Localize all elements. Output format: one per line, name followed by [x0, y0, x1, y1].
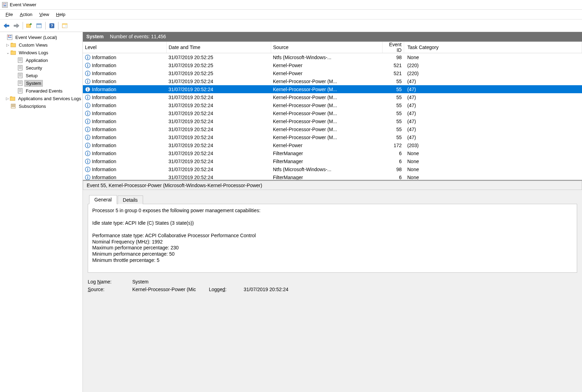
task-text: None — [404, 173, 582, 181]
table-row[interactable]: Information31/07/2019 20:52:24Kernel-Pro… — [83, 117, 582, 125]
eventid-text: 6 — [382, 173, 404, 181]
svg-rect-57 — [87, 81, 88, 83]
eventid-text: 98 — [382, 53, 404, 61]
svg-rect-45 — [12, 106, 15, 107]
svg-rect-20 — [11, 51, 16, 55]
information-icon — [85, 79, 91, 84]
date-text: 31/07/2019 20:52:24 — [166, 93, 271, 101]
column-date[interactable]: Date and Time — [166, 42, 271, 53]
tree-pane: Event Viewer (Local) ▷ Custom Views ⌄ Wi… — [0, 32, 83, 392]
source-text: Kernel-Processor-Power (M... — [271, 125, 382, 133]
expander-icon[interactable]: ▷ — [6, 96, 9, 101]
level-text: Information — [92, 135, 116, 140]
svg-rect-74 — [87, 128, 88, 128]
tree-custom-views[interactable]: ▷ Custom Views — [0, 41, 82, 49]
tree-label: Application — [24, 57, 49, 63]
show-hide-tree-button[interactable] — [25, 21, 34, 30]
svg-rect-66 — [87, 105, 88, 107]
column-task[interactable]: Task Category — [404, 42, 582, 53]
table-row[interactable]: Information31/07/2019 20:52:24Kernel-Pro… — [83, 109, 582, 117]
svg-rect-62 — [87, 96, 88, 96]
table-row[interactable]: Information31/07/2019 20:52:24FilterMana… — [83, 149, 582, 157]
expander-icon[interactable]: ⌄ — [6, 50, 10, 55]
tree-system[interactable]: System — [0, 79, 82, 87]
properties-button[interactable] — [34, 21, 44, 30]
table-row[interactable]: Information31/07/2019 20:52:24Ntfs (Micr… — [83, 165, 582, 173]
svg-rect-37 — [18, 88, 22, 93]
task-text: (47) — [404, 85, 582, 93]
forward-button[interactable] — [12, 21, 21, 30]
tab-details[interactable]: Details — [118, 195, 143, 204]
source-value: Kernel-Processor-Power (Mic — [132, 287, 209, 292]
tree-security[interactable]: Security — [0, 64, 82, 72]
svg-rect-2 — [5, 3, 6, 4]
information-icon — [85, 135, 91, 140]
date-text: 31/07/2019 20:52:25 — [166, 61, 271, 69]
svg-rect-4 — [3, 6, 6, 6]
svg-rect-44 — [12, 105, 15, 105]
svg-rect-15 — [9, 35, 11, 36]
date-text: 31/07/2019 20:52:25 — [166, 53, 271, 61]
event-table: Level Date and Time Source Event ID Task… — [83, 42, 582, 181]
table-row[interactable]: Information31/07/2019 20:52:24Kernel-Pro… — [83, 93, 582, 101]
back-button[interactable] — [2, 21, 11, 30]
table-row[interactable]: Information31/07/2019 20:52:24Kernel-Pro… — [83, 125, 582, 133]
eventid-text: 6 — [382, 157, 404, 165]
menu-file[interactable]: File — [3, 11, 16, 18]
table-row[interactable]: Information31/07/2019 20:52:24Kernel-Pro… — [83, 101, 582, 109]
tree-apps-services[interactable]: ▷ Applications and Services Logs — [0, 95, 82, 102]
information-icon — [85, 119, 91, 124]
source-text: FilterManager — [271, 173, 382, 181]
task-text: (220) — [404, 61, 582, 69]
toolbar: ? — [0, 19, 582, 32]
table-row[interactable]: Information31/07/2019 20:52:25Ntfs (Micr… — [83, 53, 582, 61]
column-source[interactable]: Source — [271, 42, 382, 53]
date-text: 31/07/2019 20:52:24 — [166, 141, 271, 149]
table-row[interactable]: Information31/07/2019 20:52:24FilterMana… — [83, 173, 582, 181]
svg-rect-75 — [87, 129, 88, 131]
svg-rect-72 — [87, 121, 88, 123]
table-row[interactable]: Information31/07/2019 20:52:24Kernel-Pro… — [83, 133, 582, 141]
section-count: Number of events: 11,456 — [110, 34, 166, 39]
menu-action[interactable]: Action — [17, 11, 35, 18]
show-hide-actions-button[interactable] — [60, 21, 69, 30]
expander-icon[interactable]: ▷ — [6, 43, 10, 47]
tab-general[interactable]: General — [89, 195, 117, 204]
subscriptions-icon — [10, 103, 16, 109]
eventid-text: 55 — [382, 117, 404, 125]
tree-subscriptions[interactable]: Subscriptions — [0, 102, 82, 110]
table-row[interactable]: Information31/07/2019 20:52:25Kernel-Pow… — [83, 69, 582, 77]
tree-setup[interactable]: Setup — [0, 72, 82, 79]
source-text: FilterManager — [271, 149, 382, 157]
menu-view[interactable]: View — [37, 11, 52, 18]
column-level[interactable]: Level — [83, 42, 166, 53]
tree-windows-logs[interactable]: ⌄ Windows Logs — [0, 49, 82, 56]
tree-application[interactable]: Application — [0, 56, 82, 64]
information-icon — [85, 95, 91, 100]
level-text: Information — [92, 167, 116, 172]
date-text: 31/07/2019 20:52:24 — [166, 157, 271, 165]
task-text: (47) — [404, 77, 582, 85]
table-row[interactable]: Information31/07/2019 20:52:24FilterMana… — [83, 157, 582, 165]
tree-forwarded-events[interactable]: Forwarded Events — [0, 87, 82, 95]
svg-rect-78 — [87, 137, 88, 139]
svg-text:?: ? — [51, 24, 53, 28]
level-text: Information — [92, 63, 116, 68]
level-text: Information — [92, 119, 116, 124]
column-eventid[interactable]: Event ID — [382, 42, 404, 53]
date-text: 31/07/2019 20:52:24 — [166, 77, 271, 85]
log-icon — [17, 80, 23, 86]
svg-rect-92 — [87, 176, 88, 176]
task-text: (47) — [404, 109, 582, 117]
menu-help[interactable]: Help — [53, 11, 68, 18]
help-button[interactable]: ? — [47, 21, 56, 30]
table-row[interactable]: Information31/07/2019 20:52:24Kernel-Pro… — [83, 77, 582, 85]
eventid-text: 55 — [382, 133, 404, 141]
level-text: Information — [92, 103, 116, 108]
table-row[interactable]: Information31/07/2019 20:52:24Kernel-Pow… — [83, 141, 582, 149]
svg-rect-56 — [87, 80, 88, 80]
tree-root[interactable]: Event Viewer (Local) — [0, 33, 82, 41]
eventid-text: 55 — [382, 85, 404, 93]
table-row[interactable]: Information31/07/2019 20:52:24Kernel-Pro… — [83, 85, 582, 93]
table-row[interactable]: Information31/07/2019 20:52:25Kernel-Pow… — [83, 61, 582, 69]
